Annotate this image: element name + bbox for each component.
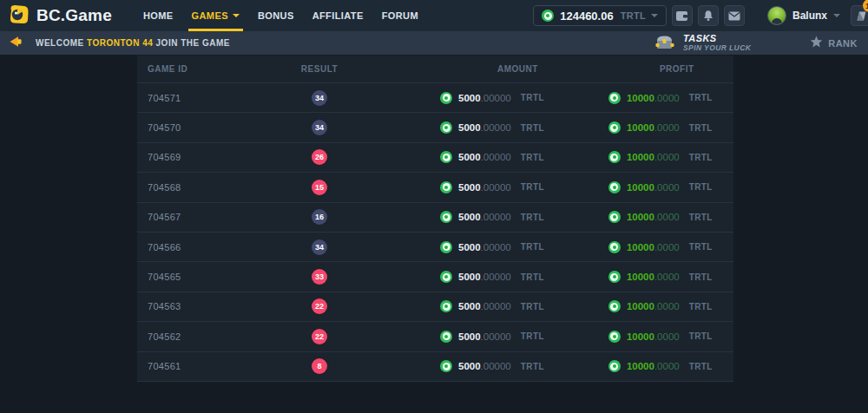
rank-widget[interactable]: RANK (810, 36, 858, 51)
nav-item-bonus[interactable]: BONUS (258, 0, 294, 31)
profit-decimals: .0000 (654, 182, 680, 193)
column-header-amount: AMOUNT (372, 64, 538, 74)
profit-value: 10000 (627, 331, 654, 342)
table-row[interactable]: 704569 26 5000.00000 TRTL 10000.0000 TRT… (137, 143, 733, 173)
star-icon (810, 36, 823, 51)
table-row[interactable]: 704570 34 5000.00000 TRTL 10000.0000 TRT… (137, 113, 733, 142)
game-id: 704570 (148, 122, 181, 133)
profit-decimals: .0000 (654, 152, 680, 162)
profit-value: 10000 (627, 361, 654, 371)
trtl-coin-icon (440, 181, 452, 193)
game-id: 704568 (148, 182, 181, 193)
notifications-button[interactable] (698, 5, 719, 26)
chevron-down-icon (651, 14, 658, 17)
trtl-coin-icon (440, 331, 452, 343)
amount-decimals: .00000 (481, 242, 511, 252)
profit-value: 10000 (627, 152, 654, 162)
trtl-coin-icon (440, 271, 452, 283)
trtl-coin-icon (608, 121, 621, 134)
result-badge: 22 (312, 329, 327, 344)
amount-value: 5000 (458, 122, 481, 133)
mail-icon (728, 11, 740, 21)
profit-decimals: .0000 (654, 93, 680, 103)
column-header-profit: PROFIT (538, 64, 733, 74)
user-menu[interactable]: Balunx (767, 6, 840, 25)
amount-value: 5000 (458, 361, 481, 371)
nav-item-games[interactable]: GAMES (192, 0, 240, 31)
amount-value: 5000 (458, 182, 481, 193)
table-body: 704571 34 5000.00000 TRTL 10000.0000 TRT… (137, 83, 733, 382)
nav-item-affiliate[interactable]: AFFILIATE (312, 0, 364, 31)
game-id: 704566 (148, 242, 181, 252)
trtl-coin-icon (608, 300, 621, 312)
wallet-button[interactable] (672, 5, 693, 26)
bell-icon (702, 10, 714, 22)
profit-value: 10000 (627, 182, 654, 193)
profit-decimals: .0000 (654, 301, 680, 311)
profit-decimals: .0000 (654, 272, 680, 282)
main-content: GAME ID RESULT AMOUNT PROFIT 704571 34 5… (0, 55, 868, 413)
brand-name: BC.Game (36, 6, 112, 25)
active-tab-underline (188, 29, 243, 31)
result-badge: 34 (312, 239, 327, 255)
game-id: 704562 (148, 331, 181, 342)
profit-currency: TRTL (689, 272, 713, 282)
chat-button[interactable]: 10 (851, 5, 868, 26)
profit-currency: TRTL (689, 93, 713, 102)
table-row[interactable]: 704568 15 5000.00000 TRTL 10000.0000 TRT… (137, 173, 733, 202)
page: BC.Game HOMEGAMESBONUSAFFILIATEFORUM 124… (0, 0, 868, 413)
nav-item-label: BONUS (258, 10, 294, 21)
trtl-coin-icon (440, 360, 452, 372)
balance-currency: TRTL (621, 10, 646, 21)
username: Balunx (792, 10, 827, 22)
profit-currency: TRTL (689, 153, 713, 162)
profit-currency: TRTL (689, 242, 713, 252)
profit-decimals: .0000 (654, 361, 680, 371)
trtl-coin-icon (608, 241, 621, 253)
amount-currency: TRTL (521, 123, 544, 133)
table-row[interactable]: 704565 33 5000.00000 TRTL 10000.0000 TRT… (137, 262, 733, 292)
amount-decimals: .00000 (481, 361, 511, 371)
profit-value: 10000 (627, 212, 654, 222)
trtl-coin-icon (608, 92, 621, 104)
tasks-widget[interactable]: TASKS SPIN YOUR LUCK (654, 33, 751, 54)
trtl-coin-icon (440, 121, 452, 134)
table-row[interactable]: 704566 34 5000.00000 TRTL 10000.0000 TRT… (137, 233, 733, 262)
amount-value: 5000 (458, 301, 481, 311)
amount-currency: TRTL (521, 302, 544, 311)
table-row[interactable]: 704567 16 5000.00000 TRTL 10000.0000 TRT… (137, 203, 733, 233)
result-badge: 8 (312, 358, 327, 374)
balance-selector[interactable]: 124460.06 TRTL (533, 5, 667, 26)
game-id: 704563 (148, 301, 181, 311)
column-header-game-id: GAME ID (137, 64, 267, 74)
table-row[interactable]: 704561 8 5000.00000 TRTL 10000.0000 TRTL (137, 352, 733, 382)
nav-item-forum[interactable]: FORUM (382, 0, 418, 31)
wallet-icon (675, 10, 688, 22)
table-row[interactable]: 704571 34 5000.00000 TRTL 10000.0000 TRT… (137, 83, 733, 113)
amount-decimals: .00000 (481, 301, 511, 311)
profit-currency: TRTL (689, 362, 713, 371)
messages-button[interactable] (724, 5, 745, 26)
nav-item-label: FORUM (382, 10, 418, 21)
amount-decimals: .00000 (481, 331, 511, 342)
table-row[interactable]: 704562 22 5000.00000 TRTL 10000.0000 TRT… (137, 322, 733, 351)
trtl-coin-icon (542, 10, 554, 22)
profit-decimals: .0000 (654, 242, 680, 252)
avatar (767, 6, 786, 25)
result-badge: 34 (312, 120, 327, 135)
table-row[interactable]: 704563 22 5000.00000 TRTL 10000.0000 TRT… (137, 292, 733, 322)
game-id: 704569 (148, 152, 181, 162)
amount-value: 5000 (458, 152, 481, 162)
chat-icon (856, 10, 867, 22)
brand[interactable]: BC.Game (7, 3, 112, 30)
result-badge: 16 (312, 209, 327, 225)
chevron-down-icon (833, 14, 840, 17)
trtl-coin-icon (440, 300, 452, 312)
welcome-prefix: WELCOME (36, 38, 87, 48)
nav-item-home[interactable]: HOME (143, 0, 174, 31)
result-badge: 15 (312, 180, 327, 195)
trtl-coin-icon (440, 211, 452, 223)
profit-value: 10000 (627, 122, 654, 133)
trtl-coin-icon (440, 92, 452, 104)
profit-currency: TRTL (689, 182, 713, 192)
